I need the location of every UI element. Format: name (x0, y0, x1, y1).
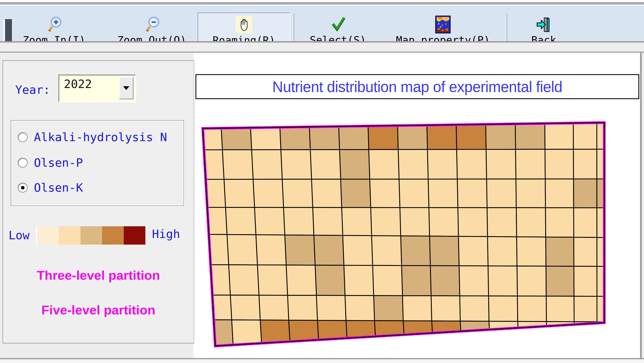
field-cell-r3c8[interactable] (399, 179, 429, 208)
field-cell-r4c7[interactable] (371, 208, 401, 236)
field-cell-r1c13[interactable] (545, 123, 573, 149)
field-cell-r5c14[interactable] (574, 237, 597, 266)
field-cell-r8c3[interactable] (260, 320, 290, 343)
field-cell-r6c12[interactable] (517, 266, 546, 296)
field-cell-r6c1[interactable] (211, 265, 230, 295)
field-cell-r5c8[interactable] (401, 236, 430, 266)
field-cell-r2c6[interactable] (340, 150, 370, 179)
field-cell-r1c12[interactable] (515, 123, 545, 149)
year-dropdown-button[interactable] (119, 77, 134, 99)
field-cell-r3c3[interactable] (253, 179, 284, 208)
radio-alkali-hydrolysis-n[interactable]: Alkali-hydrolysis N (18, 131, 167, 144)
field-cell-r1c15[interactable] (597, 123, 604, 149)
field-cell-r2c15[interactable] (597, 149, 604, 179)
field-cell-r4c12[interactable] (516, 208, 546, 237)
field-cell-r5c3[interactable] (256, 235, 286, 265)
field-cell-r4c14[interactable] (574, 208, 597, 238)
field-cell-r4c6[interactable] (342, 208, 372, 236)
field-cell-r2c4[interactable] (281, 150, 312, 179)
field-cell-r3c5[interactable] (312, 179, 342, 207)
field-cell-r4c15[interactable] (597, 208, 604, 238)
field-cell-r7c2[interactable] (230, 295, 260, 320)
field-cell-r7c5[interactable] (316, 296, 346, 321)
field-cell-r5c15[interactable] (597, 238, 604, 266)
field-cell-r2c9[interactable] (428, 149, 458, 179)
field-cell-r1c3[interactable] (250, 127, 281, 150)
field-cell-r7c1[interactable] (212, 295, 232, 320)
field-cell-r1c4[interactable] (280, 127, 310, 150)
field-cell-r4c11[interactable] (487, 208, 516, 237)
field-cell-r8c5[interactable] (318, 320, 347, 340)
field-cell-r5c1[interactable] (209, 234, 229, 265)
field-cell-r6c5[interactable] (315, 265, 345, 296)
field-cell-r1c10[interactable] (456, 124, 486, 149)
field-cell-r1c11[interactable] (486, 124, 516, 149)
field-cell-r7c11[interactable] (489, 296, 518, 322)
field-cell-r3c4[interactable] (282, 179, 313, 207)
radio-icon[interactable] (18, 158, 28, 168)
three-level-partition-link[interactable]: Three-level partition (3, 268, 194, 283)
field-cell-r6c10[interactable] (459, 266, 489, 296)
field-cell-r4c13[interactable] (546, 208, 574, 237)
field-cell-r5c2[interactable] (227, 235, 258, 265)
field-cell-r3c6[interactable] (340, 179, 371, 208)
field-cell-r6c3[interactable] (258, 265, 288, 295)
field-cell-r3c2[interactable] (224, 179, 254, 207)
field-cell-r7c12[interactable] (517, 296, 546, 322)
field-cell-r3c7[interactable] (370, 179, 400, 208)
field-cell-r7c3[interactable] (259, 295, 289, 320)
field-cell-r1c2[interactable] (221, 128, 252, 150)
year-dropdown[interactable]: 2022 (58, 75, 136, 102)
field-cell-r7c6[interactable] (345, 296, 374, 321)
field-cell-r4c9[interactable] (429, 208, 458, 236)
field-cell-r1c9[interactable] (427, 125, 457, 149)
field-cell-r7c10[interactable] (460, 296, 489, 321)
field-cell-r5c7[interactable] (372, 236, 402, 266)
field-cell-r1c6[interactable] (339, 126, 369, 150)
field-cell-r1c7[interactable] (368, 125, 398, 149)
field-cell-r2c13[interactable] (545, 149, 574, 179)
field-cell-r3c13[interactable] (545, 179, 574, 208)
field-cell-r8c1[interactable] (214, 320, 233, 346)
radio-icon[interactable] (18, 183, 28, 193)
field-cell-r8c8[interactable] (403, 321, 432, 335)
field-cell-r3c12[interactable] (516, 179, 546, 208)
field-cell-r6c11[interactable] (488, 266, 517, 296)
field-cell-r4c8[interactable] (400, 208, 430, 236)
field-cell-r1c1[interactable] (203, 128, 222, 150)
field-cell-r4c2[interactable] (226, 207, 256, 235)
radio-olsen-p[interactable]: Olsen-P (18, 156, 83, 169)
field-cell-r3c11[interactable] (486, 179, 516, 208)
field-cell-r2c10[interactable] (457, 149, 486, 179)
field-cell-r8c2[interactable] (232, 320, 262, 345)
field-cell-r7c9[interactable] (431, 296, 460, 321)
field-cell-r2c3[interactable] (252, 150, 282, 179)
field-cell-r8c15[interactable] (597, 322, 604, 323)
field-cell-r1c8[interactable] (398, 125, 428, 149)
field-cell-r7c14[interactable] (574, 296, 597, 322)
field-cell-r5c4[interactable] (285, 235, 315, 265)
field-cell-r5c10[interactable] (458, 236, 488, 266)
field-cell-r5c5[interactable] (314, 235, 344, 265)
field-cell-r2c8[interactable] (398, 149, 428, 179)
field-cell-r2c2[interactable] (222, 150, 253, 179)
field-cell-r7c4[interactable] (288, 295, 318, 320)
field-cell-r8c6[interactable] (346, 320, 375, 338)
field-cell-r5c11[interactable] (488, 237, 517, 266)
field-cell-r5c6[interactable] (343, 235, 373, 265)
field-cell-r6c15[interactable] (597, 266, 604, 296)
field-cell-r8c10[interactable] (460, 321, 489, 331)
field-cell-r2c7[interactable] (369, 150, 399, 179)
field-cell-r1c5[interactable] (310, 127, 340, 150)
field-cell-r2c11[interactable] (486, 149, 516, 179)
field-cell-r2c14[interactable] (573, 149, 597, 179)
field-cell-r6c9[interactable] (430, 266, 460, 296)
field-cell-r6c7[interactable] (373, 265, 402, 296)
field-cell-r4c5[interactable] (313, 208, 343, 236)
field-cell-r7c15[interactable] (597, 296, 604, 322)
field-cell-r2c1[interactable] (204, 150, 224, 179)
field-cell-r7c8[interactable] (402, 296, 432, 321)
field-cell-r3c10[interactable] (457, 179, 487, 208)
field-cell-r3c15[interactable] (597, 179, 604, 208)
field-cell-r8c4[interactable] (289, 320, 318, 342)
